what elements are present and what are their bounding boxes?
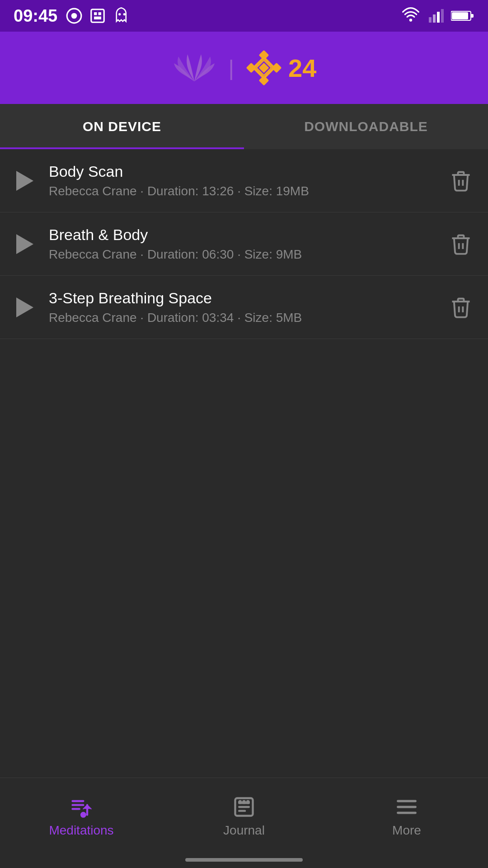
meditation-info: Body Scan Rebecca Crane · Duration: 13:2… <box>49 163 438 198</box>
trash-icon <box>449 169 473 193</box>
svg-rect-15 <box>452 12 468 19</box>
ghost-icon <box>113 6 131 25</box>
svg-rect-14 <box>471 14 474 18</box>
target-icon <box>66 7 83 24</box>
meditation-title: Breath & Body <box>49 226 438 244</box>
nav-label-meditations: Meditations <box>49 823 113 838</box>
nav-item-more[interactable]: More <box>325 795 488 851</box>
meditation-meta: Rebecca Crane · Duration: 13:26 · Size: … <box>49 184 438 198</box>
meditation-item[interactable]: Breath & Body Rebecca Crane · Duration: … <box>0 212 488 276</box>
status-icons <box>66 6 131 25</box>
meditation-info: Breath & Body Rebecca Crane · Duration: … <box>49 226 438 262</box>
delete-button[interactable] <box>447 294 474 321</box>
tabs-container: ON DEVICE DOWNLOADABLE <box>0 104 488 149</box>
streak-container: 24 <box>246 50 316 86</box>
trash-icon <box>449 232 473 256</box>
svg-rect-10 <box>433 14 436 23</box>
svg-rect-2 <box>91 9 104 23</box>
tab-on-device[interactable]: ON DEVICE <box>0 104 244 149</box>
status-right <box>401 7 474 24</box>
status-bar: 09:45 <box>0 0 488 32</box>
meditation-meta: Rebecca Crane · Duration: 06:30 · Size: … <box>49 247 438 262</box>
sim-icon <box>89 7 106 24</box>
svg-point-6 <box>118 13 121 15</box>
more-icon <box>395 795 418 819</box>
svg-rect-4 <box>99 12 101 15</box>
journal-icon <box>232 795 256 819</box>
svg-point-7 <box>123 13 126 15</box>
bottom-nav: Meditations Journal More <box>0 778 488 868</box>
trash-icon <box>449 296 473 319</box>
play-triangle-icon <box>16 171 33 191</box>
header-divider: | <box>229 56 234 80</box>
playlist-icon <box>70 795 93 819</box>
svg-point-37 <box>239 801 241 803</box>
play-button[interactable] <box>14 233 36 255</box>
meditation-item[interactable]: 3-Step Breathing Space Rebecca Crane · D… <box>0 276 488 339</box>
delete-button[interactable] <box>447 167 474 194</box>
svg-point-31 <box>81 813 85 817</box>
meditation-title: Body Scan <box>49 163 438 180</box>
svg-point-1 <box>71 13 77 19</box>
tab-downloadable[interactable]: DOWNLOADABLE <box>244 104 488 149</box>
streak-number: 24 <box>288 53 316 83</box>
header: | 24 <box>0 32 488 104</box>
battery-icon <box>451 9 474 22</box>
meditation-item[interactable]: Body Scan Rebecca Crane · Duration: 13:2… <box>0 149 488 212</box>
play-triangle-icon <box>16 297 33 317</box>
nav-item-meditations[interactable]: Meditations <box>0 795 163 851</box>
svg-point-8 <box>409 19 412 21</box>
nav-label-journal: Journal <box>223 823 265 838</box>
knot-icon <box>246 50 282 86</box>
nav-label-more: More <box>392 823 421 838</box>
play-button[interactable] <box>14 170 36 192</box>
svg-rect-11 <box>437 12 440 23</box>
svg-rect-9 <box>429 17 432 23</box>
play-button[interactable] <box>14 296 36 319</box>
meditation-list: Body Scan Rebecca Crane · Duration: 13:2… <box>0 149 488 339</box>
delete-button[interactable] <box>447 231 474 258</box>
nav-item-journal[interactable]: Journal <box>163 795 325 851</box>
svg-point-39 <box>247 801 249 803</box>
signal-icon <box>427 7 444 24</box>
lotus-icon <box>172 50 217 86</box>
status-left: 09:45 <box>14 6 131 26</box>
svg-point-38 <box>243 801 245 803</box>
wifi-icon <box>401 7 420 24</box>
svg-rect-3 <box>94 12 97 15</box>
meditation-info: 3-Step Breathing Space Rebecca Crane · D… <box>49 289 438 325</box>
play-triangle-icon <box>16 234 33 254</box>
home-indicator <box>185 858 303 862</box>
meditation-title: 3-Step Breathing Space <box>49 289 438 307</box>
meditation-meta: Rebecca Crane · Duration: 03:34 · Size: … <box>49 311 438 325</box>
svg-rect-5 <box>94 17 101 19</box>
status-time: 09:45 <box>14 6 57 26</box>
header-logo: | 24 <box>172 50 317 86</box>
svg-rect-12 <box>441 9 444 23</box>
